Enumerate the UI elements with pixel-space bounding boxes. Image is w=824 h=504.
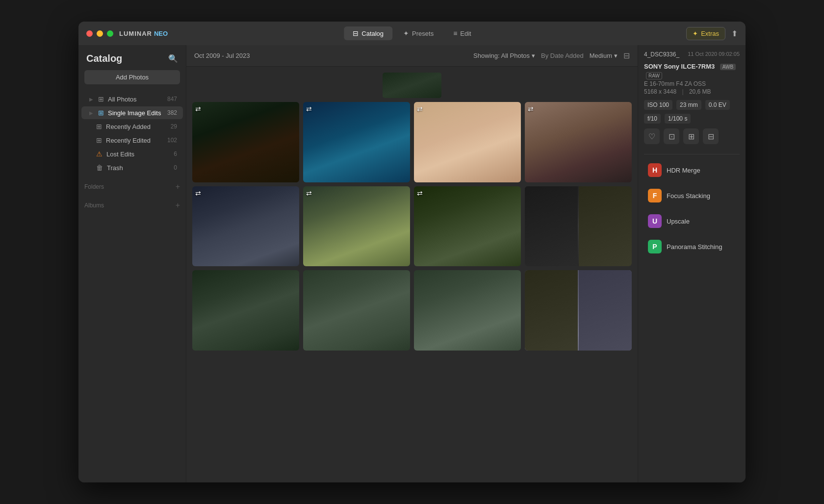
chevron-icon: ▶ [89,110,93,116]
main-layout: Catalog 🔍 Add Photos ▶ ⊞ All Photos 847 … [78,45,746,482]
adjust-icon: ⇄ [306,105,312,113]
maximize-button[interactable] [107,30,113,37]
extras-label: Extras [701,30,719,37]
traffic-lights [86,30,113,37]
top-preview-thumb[interactable] [383,73,441,98]
extras-icon: ✦ [693,30,698,37]
content-area: Oct 2009 - Jul 2023 Showing: All Photos … [186,45,638,482]
lost-edits-icon: ⚠ [96,150,103,158]
copy-button[interactable]: ⊡ [664,128,679,144]
lost-edits-label: Lost Edits [106,151,170,158]
photo-thumb-mountain2[interactable]: ⇄ [303,186,410,267]
tab-edit[interactable]: ≡ Edit [444,26,480,40]
action-row: ♡ ⊡ ⊞ ⊟ [644,128,740,144]
minimize-button[interactable] [97,30,103,37]
grid-view-icon[interactable]: ⊟ [623,51,630,60]
size-dropdown[interactable]: Medium ▾ [590,52,618,59]
tool-hdr-merge[interactable]: H HDR Merge [644,158,740,182]
tab-presets[interactable]: ✦ Presets [394,26,442,40]
logo-text: LUMINAR [119,30,152,37]
showing-chevron-icon: ▾ [532,52,535,59]
photo-thumb-woman1[interactable]: ⇄ [414,102,521,182]
top-preview-container [192,71,632,98]
photo-row-2: ⇄ ⇄ ⇄ [192,186,632,267]
folders-label: Folders [84,183,104,190]
adjust-icon: ⇄ [306,189,312,197]
titlebar-right: ✦ Extras ⬆ [686,27,738,40]
photo-thumb-wave[interactable]: ⇄ [303,102,410,182]
share-icon[interactable]: ⬆ [731,29,738,38]
sidebar-title: Catalog [86,53,122,64]
catalog-icon: ⊟ [353,29,359,37]
add-album-button[interactable]: + [176,201,180,210]
camera-model: SONY Sony ILCE-7RM3 [644,63,715,70]
sidebar-item-trash[interactable]: 🗑 Trash 0 [81,161,183,174]
panorama-stitching-label: Panorama Stitching [667,243,722,251]
photo-row-3 [192,270,632,351]
edit-icon: ≡ [453,29,457,37]
photo-thumb-mountain1[interactable]: ⇄ [192,186,299,267]
photo-grid-container[interactable]: ⇄ ⇄ ⇄ ⇄ ⇄ [186,67,638,482]
tool-upscale[interactable]: U Upscale [644,209,740,233]
all-photos-count: 847 [167,96,177,102]
tool-panorama-stitching[interactable]: P Panorama Stitching [644,235,740,258]
compare-button[interactable]: ⊞ [683,128,699,144]
sort-label: By Date Added [541,52,584,59]
adjust-icon: ⇄ [195,189,201,197]
folders-section: Folders + [78,182,186,193]
recently-edited-count: 102 [167,137,177,144]
photo-thumb-man2[interactable] [192,270,299,351]
sidebar: Catalog 🔍 Add Photos ▶ ⊞ All Photos 847 … [78,45,186,482]
info-button[interactable]: ⊟ [703,128,719,144]
photo-thumb-man3[interactable] [303,270,410,351]
focus-icon-badge: F [648,189,662,202]
exif-iso: ISO 100 [644,100,672,110]
extras-button[interactable]: ✦ Extras [686,27,725,40]
sidebar-item-recently-edited[interactable]: ⊞ Recently Edited 102 [81,134,183,147]
add-folder-button[interactable]: + [176,182,180,191]
tool-focus-stacking[interactable]: F Focus Stacking [644,184,740,207]
close-button[interactable] [86,30,93,37]
tab-catalog[interactable]: ⊟ Catalog [344,26,392,40]
exif-focal: 23 mm [676,100,701,110]
sidebar-item-single-image-edits[interactable]: ▶ ⊞ Single Image Edits 382 [81,106,183,119]
recently-added-icon: ⊞ [96,123,102,130]
photo-thumb-man4[interactable] [414,270,521,351]
add-photos-button[interactable]: Add Photos [84,70,180,84]
search-icon[interactable]: 🔍 [168,54,178,63]
favorite-button[interactable]: ♡ [644,128,660,144]
awb-badge: AWB [720,64,736,70]
size-chevron-icon: ▾ [614,52,618,59]
lens-info: E 16-70mm F4 ZA OSS [644,80,740,87]
photo-thumb-woman2[interactable]: ⇄ [525,102,632,182]
albums-section: Albums + [78,201,186,212]
sidebar-item-all-photos[interactable]: ▶ ⊞ All Photos 847 [81,93,183,105]
photo-thumb-jungle[interactable]: ⇄ [414,186,521,267]
exif-shutter: 1/100 s [665,114,691,124]
photo-thumb-street[interactable] [525,270,632,351]
toolbar-right: Showing: All Photos ▾ By Date Added Medi… [473,51,630,60]
recently-edited-icon: ⊞ [96,136,102,144]
photo-thumb-forest[interactable]: ⇄ [192,102,299,182]
exif-row: ISO 100 23 mm 0.0 EV f/10 1/100 s [644,100,740,124]
chevron-icon: ▶ [89,97,93,102]
photo-thumb-man1[interactable] [525,186,632,267]
sidebar-item-recently-added[interactable]: ⊞ Recently Added 29 [81,120,183,133]
showing-dropdown[interactable]: Showing: All Photos ▾ [473,52,535,59]
tab-presets-label: Presets [412,30,434,37]
sidebar-item-lost-edits[interactable]: ⚠ Lost Edits 6 [81,148,183,160]
recently-added-count: 29 [171,123,177,130]
exif-ev: 0.0 EV [705,100,730,110]
presets-icon: ✦ [403,29,409,37]
panorama-icon-badge: P [648,240,662,253]
adjust-icon: ⇄ [528,105,534,113]
file-info-header: 4_DSC9336_ 11 Oct 2020 09:02:05 [644,51,740,58]
lost-edits-count: 6 [174,151,177,157]
single-edits-label: Single Image Edits [108,109,163,117]
recently-edited-label: Recently Edited [106,137,163,144]
sidebar-header: Catalog 🔍 [78,53,186,70]
showing-label: Showing: All Photos [473,52,530,59]
focus-stacking-label: Focus Stacking [667,192,710,200]
trash-count: 0 [174,164,177,171]
app-window: LUMINAR NEO ⊟ Catalog ✦ Presets ≡ Edit ✦… [78,22,746,482]
